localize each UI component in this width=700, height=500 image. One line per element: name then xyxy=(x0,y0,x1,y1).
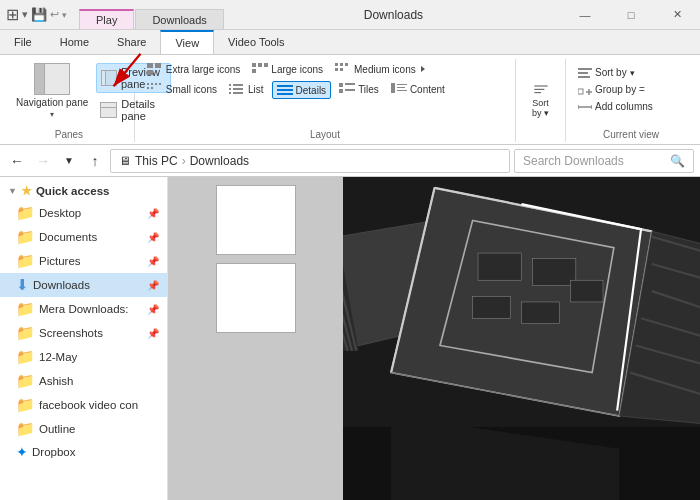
sidebar-item-quick-access[interactable]: ▼ ★ Quick access xyxy=(0,181,167,201)
back-button[interactable]: ← xyxy=(6,150,28,172)
up-button[interactable]: ↑ xyxy=(84,150,106,172)
sidebar-item-documents[interactable]: 📁 Documents 📌 xyxy=(0,225,167,249)
extra-large-icons-button[interactable]: Extra large icons xyxy=(143,61,244,77)
svg-rect-1 xyxy=(155,63,161,68)
small-icons-label: Small icons xyxy=(166,84,217,95)
content-button[interactable]: Content xyxy=(387,81,449,97)
svg-rect-2 xyxy=(147,70,153,75)
medium-icons-button[interactable]: Medium icons xyxy=(331,61,431,77)
search-box[interactable]: Search Downloads 🔍 xyxy=(514,149,694,173)
group-by-dropdown: ▾ xyxy=(630,68,635,78)
medium-icons-label: Medium icons xyxy=(354,64,416,75)
panes-group: Navigation pane ▾ Preview pane xyxy=(4,59,135,142)
breadcrumb-sep: › xyxy=(182,154,186,168)
large-icons-button[interactable]: Large icons xyxy=(248,61,327,77)
maximize-button[interactable]: □ xyxy=(608,0,654,30)
panes-group-label: Panes xyxy=(55,127,83,140)
sidebar-item-facebook[interactable]: 📁 facebook video con xyxy=(0,393,167,417)
main-area: ▼ ★ Quick access 📁 Desktop 📌 📁 Documents… xyxy=(0,177,700,500)
pictures-folder-icon: 📁 xyxy=(16,252,35,270)
sidebar-item-desktop[interactable]: 📁 Desktop 📌 xyxy=(0,201,167,225)
svg-rect-64 xyxy=(570,280,603,302)
svg-rect-33 xyxy=(397,84,407,85)
downloads-folder-icon: ⬇ xyxy=(16,276,29,294)
sidebar-item-mera-downloads[interactable]: 📁 Mera Downloads: 📌 xyxy=(0,297,167,321)
list-label: List xyxy=(248,84,264,95)
file-thumbnail-1[interactable] xyxy=(216,185,296,255)
quick-access-label: Quick access xyxy=(36,185,110,197)
ribbon-tab-file[interactable]: File xyxy=(0,30,46,54)
svg-rect-28 xyxy=(339,83,343,87)
content-area xyxy=(168,177,700,500)
add-columns-label: Group by = xyxy=(595,84,645,95)
group-by-button[interactable]: Sort by ▾ xyxy=(574,65,639,80)
this-pc-icon: 🖥 xyxy=(119,154,131,168)
svg-rect-16 xyxy=(159,83,161,85)
details-button[interactable]: Details xyxy=(272,81,332,99)
tiles-button[interactable]: Tiles xyxy=(335,81,383,97)
undo-icon[interactable]: ↩ xyxy=(50,8,59,21)
size-columns-button[interactable]: Add columns xyxy=(574,99,657,114)
recent-button[interactable]: ▼ xyxy=(58,150,80,172)
close-button[interactable]: ✕ xyxy=(654,0,700,30)
title-controls: — □ ✕ xyxy=(562,0,700,30)
svg-rect-17 xyxy=(147,87,149,89)
file-thumbnail-2[interactable] xyxy=(216,263,296,333)
details-pane-icon xyxy=(100,102,117,118)
nav-pane-label: Navigation pane xyxy=(16,97,88,108)
add-columns-button[interactable]: Group by = xyxy=(574,82,649,97)
breadcrumb-this-pc[interactable]: This PC xyxy=(135,154,178,168)
svg-rect-62 xyxy=(473,297,511,319)
nav-pane-dropdown-icon[interactable]: ▾ xyxy=(50,110,54,119)
ribbon-tab-video-tools[interactable]: Video Tools xyxy=(214,30,298,54)
sidebar-item-dropbox[interactable]: ✦ Dropbox xyxy=(0,441,167,463)
quick-save-icon[interactable]: ▾ xyxy=(22,8,28,21)
svg-rect-32 xyxy=(391,83,395,93)
sidebar-item-outline[interactable]: 📁 Outline xyxy=(0,417,167,441)
sidebar-item-pictures[interactable]: 📁 Pictures 📌 xyxy=(0,249,167,273)
svg-rect-14 xyxy=(151,83,153,85)
mera-downloads-label: Mera Downloads: xyxy=(39,303,128,315)
svg-rect-34 xyxy=(397,87,405,88)
building-svg xyxy=(343,177,700,500)
navigation-pane-button[interactable]: Navigation pane ▾ xyxy=(12,61,92,121)
svg-rect-35 xyxy=(397,90,407,91)
sidebar-item-12-may[interactable]: 📁 12-May xyxy=(0,345,167,369)
svg-rect-11 xyxy=(340,68,343,71)
sidebar-item-ashish[interactable]: 📁 Ashish xyxy=(0,369,167,393)
layout-expand-icon xyxy=(419,64,427,74)
sidebar-item-screenshots[interactable]: 📁 Screenshots 📌 xyxy=(0,321,167,345)
medium-icons-icon xyxy=(335,63,351,75)
details-label: Details xyxy=(296,85,327,96)
current-view-group: Sort by ▾ Group by = xyxy=(566,59,696,142)
svg-rect-26 xyxy=(277,89,293,91)
sidebar-item-downloads[interactable]: ⬇ Downloads 📌 xyxy=(0,273,167,297)
tab-downloads[interactable]: Downloads xyxy=(135,9,223,29)
svg-rect-7 xyxy=(335,63,338,66)
breadcrumb[interactable]: 🖥 This PC › Downloads xyxy=(110,149,510,173)
documents-label: Documents xyxy=(39,231,97,243)
ribbon-tab-share[interactable]: Share xyxy=(103,30,160,54)
svg-rect-13 xyxy=(147,83,149,85)
list-button[interactable]: List xyxy=(225,81,268,97)
content-icon xyxy=(391,83,407,95)
forward-button[interactable]: → xyxy=(32,150,54,172)
list-icon xyxy=(229,83,245,95)
building-preview-image xyxy=(343,177,700,500)
layout-group: Extra large icons Large icons Medium ico… xyxy=(135,59,516,142)
tiles-label: Tiles xyxy=(358,84,379,95)
svg-rect-9 xyxy=(345,63,348,66)
documents-folder-icon: 📁 xyxy=(16,228,35,246)
minimize-button[interactable]: — xyxy=(562,0,608,30)
save-icon[interactable]: 💾 xyxy=(31,7,47,22)
tab-play[interactable]: Play xyxy=(79,9,134,29)
dropdown-icon[interactable]: ▾ xyxy=(62,10,67,20)
sort-by-button[interactable]: Sort by ▾ xyxy=(523,82,559,118)
breadcrumb-downloads[interactable]: Downloads xyxy=(190,154,249,168)
ribbon-tab-view[interactable]: View xyxy=(160,30,214,54)
small-icons-button[interactable]: Small icons xyxy=(143,81,221,97)
size-columns-label: Add columns xyxy=(595,101,653,112)
outline-label: Outline xyxy=(39,423,75,435)
ribbon-tab-home[interactable]: Home xyxy=(46,30,103,54)
preview-pane-icon xyxy=(101,70,117,86)
